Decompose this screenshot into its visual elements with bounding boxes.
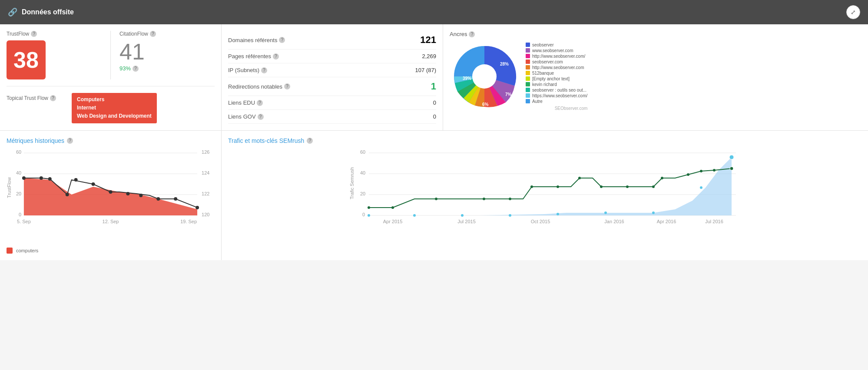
legend-color-4 — [526, 59, 530, 64]
semrush-chart-area: 60 40 20 0 Trafic Semrush — [228, 149, 861, 244]
svg-text:Apr 2016: Apr 2016 — [657, 219, 676, 224]
svg-text:0: 0 — [19, 212, 21, 217]
trust-flow-section: TrustFlow ? 38 — [7, 31, 111, 79]
svg-text:7%: 7% — [505, 92, 512, 97]
svg-text:60: 60 — [16, 149, 21, 155]
svg-text:TrustFlow: TrustFlow — [7, 177, 12, 198]
legend-item-6: 512banque — [526, 71, 587, 76]
historique-panel: Métriques historiques ? 60 40 20 0 126 1… — [0, 131, 222, 260]
percentage-help-icon[interactable]: ? — [133, 66, 139, 72]
svg-point-23 — [48, 177, 52, 181]
svg-text:40: 40 — [360, 170, 365, 175]
svg-point-46 — [368, 214, 370, 217]
svg-text:20: 20 — [360, 191, 365, 196]
svg-text:Jan 2016: Jan 2016 — [604, 219, 624, 224]
gov-label: Liens GOV ? — [228, 113, 264, 120]
svg-point-31 — [174, 197, 177, 201]
svg-point-30 — [156, 197, 160, 201]
svg-point-61 — [557, 185, 559, 188]
svg-point-47 — [413, 214, 416, 217]
link-icon: 🔗 — [8, 7, 17, 17]
topical-badge: ComputersInternetWeb Design and Developm… — [72, 93, 157, 123]
legend-color-2 — [526, 48, 530, 53]
ip-help-icon[interactable]: ? — [261, 67, 267, 73]
legend-item-9: seobserver : outils seo out... — [526, 88, 587, 92]
legend-color-8 — [526, 82, 530, 86]
svg-point-21 — [22, 176, 26, 180]
svg-text:124: 124 — [202, 170, 209, 175]
domaines-label: Domaines référents ? — [228, 37, 285, 43]
legend-item-8: kevin richard — [526, 82, 587, 87]
legend-item-5: http://www.seobserver.com — [526, 65, 587, 70]
ip-label: IP (Subnets) ? — [228, 67, 267, 73]
svg-text:Oct 2015: Oct 2015 — [531, 219, 550, 224]
legend-item-10: https://www.seobserver.com/ — [526, 93, 587, 98]
svg-point-65 — [652, 185, 655, 188]
historique-title: Métriques historiques ? — [7, 137, 215, 144]
topical-trust-label: Topical Trust Flow ? — [7, 93, 67, 101]
legend-item-7: [Empty anchor text] — [526, 76, 587, 81]
semrush-svg: 60 40 20 0 Trafic Semrush — [228, 149, 861, 244]
svg-text:Jul 2016: Jul 2016 — [705, 219, 723, 224]
edu-help-icon[interactable]: ? — [257, 100, 263, 106]
pages-label: Pages référentes ? — [228, 53, 279, 59]
expand-button[interactable]: ⤢ — [846, 5, 860, 19]
redirections-help-icon[interactable]: ? — [284, 83, 290, 89]
stats-row-gov: Liens GOV ? 0 — [228, 110, 436, 124]
pie-chart: 28% 39% 7% 6% — [450, 42, 519, 111]
historique-chart-area: 60 40 20 0 126 124 122 120 TrustFlow Ref… — [7, 149, 215, 244]
svg-text:39%: 39% — [463, 76, 471, 81]
svg-text:Trafic Semrush: Trafic Semrush — [349, 167, 354, 199]
svg-text:120: 120 — [202, 212, 209, 217]
redirections-label: Redirections notables ? — [228, 83, 290, 90]
pages-value: 2,269 — [422, 53, 436, 59]
svg-point-59 — [509, 198, 511, 200]
svg-text:12. Sep: 12. Sep — [103, 219, 119, 224]
seobserver-credit: SEObserver.com — [526, 106, 587, 111]
middle-panel: Domaines référents ? 121 Pages référente… — [222, 24, 443, 130]
trust-flow-value: 38 — [7, 40, 46, 79]
trust-flow-label: TrustFlow ? — [7, 31, 102, 37]
svg-point-57 — [435, 198, 437, 200]
historique-legend: computers — [7, 248, 215, 254]
legend-color-6 — [526, 71, 530, 75]
legend-color-1 — [526, 43, 530, 47]
svg-point-50 — [557, 213, 559, 215]
svg-point-56 — [391, 206, 394, 209]
semrush-help-icon[interactable]: ? — [307, 138, 313, 144]
gov-help-icon[interactable]: ? — [258, 114, 264, 120]
topical-trust-row: Topical Trust Flow ? ComputersInternetWe… — [7, 93, 215, 123]
svg-point-25 — [74, 178, 78, 182]
svg-marker-20 — [24, 178, 197, 215]
pie-legend: seobserver www.seobserver.com http://www… — [526, 43, 587, 111]
trust-flow-help-icon[interactable]: ? — [31, 31, 37, 37]
svg-text:0: 0 — [362, 212, 365, 217]
svg-text:40: 40 — [16, 170, 21, 175]
citation-flow-help-icon[interactable]: ? — [150, 31, 156, 37]
stats-table: Domaines référents ? 121 Pages référente… — [228, 31, 436, 124]
legend-item-2: www.seobserver.com — [526, 48, 587, 53]
domaines-help-icon[interactable]: ? — [279, 37, 285, 43]
pages-help-icon[interactable]: ? — [273, 53, 279, 59]
main-top-content: TrustFlow ? 38 CitationFlow ? 41 93% ? — [0, 24, 868, 130]
ancres-help-icon[interactable]: ? — [469, 31, 475, 37]
historique-help-icon[interactable]: ? — [67, 138, 73, 144]
svg-text:Apr 2015: Apr 2015 — [383, 219, 403, 224]
svg-text:6%: 6% — [482, 102, 489, 107]
domaines-value: 121 — [420, 34, 436, 46]
svg-point-29 — [139, 194, 142, 197]
svg-point-28 — [126, 192, 129, 195]
svg-point-27 — [109, 190, 113, 194]
citation-percentage: 93% ? — [119, 65, 215, 72]
citation-flow-label: CitationFlow ? — [119, 31, 215, 37]
svg-point-26 — [92, 182, 95, 186]
svg-point-64 — [626, 185, 629, 188]
legend-color-5 — [526, 65, 530, 69]
pie-chart-svg: 28% 39% 7% 6% — [450, 42, 519, 111]
legend-computers-dot — [7, 248, 13, 254]
stats-row-edu: Liens EDU ? 0 — [228, 96, 436, 110]
svg-point-55 — [368, 206, 370, 209]
topical-help-icon[interactable]: ? — [50, 95, 56, 101]
legend-color-11 — [526, 99, 530, 103]
legend-color-3 — [526, 54, 530, 58]
